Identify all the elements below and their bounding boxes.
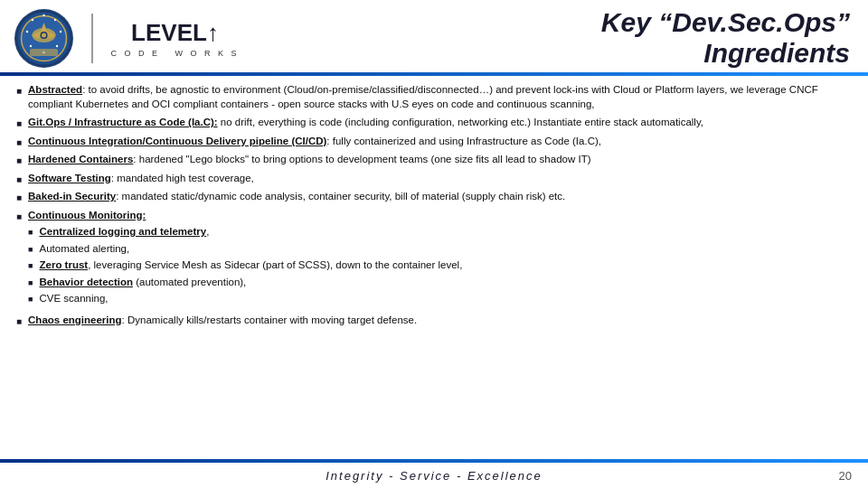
bullet-text: Hardened Containers: hardened "Lego bloc… bbox=[28, 153, 852, 167]
sub-bullet-icon: ■ bbox=[28, 244, 33, 255]
bullet-icon: ■ bbox=[16, 192, 22, 204]
bullet-icon: ■ bbox=[16, 211, 22, 223]
bullet-body: : fully containerized and using Infrastr… bbox=[326, 136, 601, 146]
levelup-logo: LEVEL ↑ C O D E W O R K S bbox=[111, 19, 240, 58]
bullet-text: Abstracted: to avoid drifts, be agnostic… bbox=[28, 83, 852, 111]
list-item: ■ Software Testing: mandated high test c… bbox=[16, 172, 852, 186]
list-item: ■ Continuous Monitoring: ■ Centralized l… bbox=[16, 209, 852, 309]
list-item: ■ Centralized logging and telemetry, bbox=[28, 225, 852, 239]
bullet-bold: Baked-in Security bbox=[28, 191, 116, 202]
svg-point-14 bbox=[30, 44, 32, 46]
bullet-icon: ■ bbox=[16, 315, 22, 328]
bullet-bold: Hardened Containers bbox=[28, 154, 133, 164]
page-title: Key “Dev.Sec.Ops” Ingredients bbox=[601, 7, 850, 70]
sub-bullet-text: Automated alerting, bbox=[39, 242, 129, 257]
sub-bullet-text: Behavior detection (automated prevention… bbox=[39, 276, 246, 290]
levelup-text-level: LEVEL bbox=[131, 19, 207, 47]
svg-point-8 bbox=[42, 33, 46, 37]
bullet-bold: Software Testing bbox=[28, 173, 111, 183]
svg-point-15 bbox=[26, 30, 28, 32]
page-number: 20 bbox=[839, 469, 852, 483]
bullet-body: : hardened "Lego blocks" to bring option… bbox=[133, 154, 590, 164]
svg-point-12 bbox=[56, 44, 58, 46]
bullet-bold: Continuous Monitoring: bbox=[28, 210, 146, 221]
svg-point-11 bbox=[60, 30, 61, 32]
bullet-body: no drift, everything is code (including … bbox=[218, 117, 703, 127]
list-item: ■ Abstracted: to avoid drifts, be agnost… bbox=[16, 83, 852, 111]
list-item: ■ Behavior detection (automated preventi… bbox=[28, 276, 852, 290]
sub-bullet-icon: ■ bbox=[28, 294, 33, 305]
bullet-icon: ■ bbox=[16, 85, 22, 98]
levelup-text-up: ↑ bbox=[207, 19, 219, 47]
list-item: ■ Hardened Containers: hardened "Lego bl… bbox=[16, 153, 852, 167]
footer-text: Integrity - Service - Excellence bbox=[0, 469, 868, 483]
sub-bullet-text: Zero trust, leveraging Service Mesh as S… bbox=[39, 258, 462, 273]
bullet-icon: ■ bbox=[16, 136, 22, 149]
af-seal-logo bbox=[14, 9, 73, 68]
bullet-body: : mandated static/dynamic code analysis,… bbox=[116, 191, 565, 202]
bullet-text: Continuous Integration/Continuous Delive… bbox=[28, 135, 852, 149]
sub-bullet-icon: ■ bbox=[28, 260, 33, 271]
bullet-text: Software Testing: mandated high test cov… bbox=[28, 172, 852, 186]
bullet-icon: ■ bbox=[16, 174, 22, 186]
list-item: ■ Chaos engineering: Dynamically kills/r… bbox=[16, 314, 852, 328]
sub-bullets: ■ Centralized logging and telemetry, ■ A… bbox=[28, 225, 852, 306]
svg-rect-17 bbox=[30, 49, 58, 56]
bullet-body: : mandated high test coverage, bbox=[111, 173, 254, 183]
sub-bullet-text: Centralized logging and telemetry, bbox=[39, 225, 209, 239]
bullet-bold: Chaos engineering bbox=[28, 314, 122, 325]
list-item: ■ Continuous Integration/Continuous Deli… bbox=[16, 135, 852, 149]
title-line1: Key “Dev.Sec.Ops” bbox=[601, 7, 850, 39]
list-item: ■ Automated alerting, bbox=[28, 242, 852, 257]
sub-bullet-icon: ■ bbox=[28, 277, 33, 288]
bullet-icon: ■ bbox=[16, 117, 22, 130]
header: LEVEL ↑ C O D E W O R K S Key “Dev.Sec.O… bbox=[0, 0, 868, 72]
list-item: ■ Zero trust, leveraging Service Mesh as… bbox=[28, 258, 852, 273]
sub-bullet-text: CVE scanning, bbox=[39, 292, 108, 306]
logo-divider bbox=[91, 14, 93, 63]
bullet-icon: ■ bbox=[16, 155, 22, 167]
content-area: ■ Abstracted: to avoid drifts, be agnost… bbox=[0, 76, 868, 339]
header-logos: LEVEL ↑ C O D E W O R K S bbox=[14, 9, 240, 68]
list-item: ■ Git.Ops / Infrastructure as Code (Ia.C… bbox=[16, 116, 852, 130]
svg-point-10 bbox=[54, 18, 56, 20]
title-line2: Ingredients bbox=[601, 38, 850, 70]
bullet-text: Chaos engineering: Dynamically kills/res… bbox=[28, 314, 852, 328]
bullet-body: : to avoid drifts, be agnostic to enviro… bbox=[28, 84, 818, 109]
bullet-text: Continuous Monitoring: ■ Centralized log… bbox=[28, 209, 852, 309]
bullet-bold: Continuous Integration/Continuous Delive… bbox=[28, 136, 326, 146]
bullet-text: Git.Ops / Infrastructure as Code (Ia.C):… bbox=[28, 116, 852, 130]
sub-bullet-icon: ■ bbox=[28, 227, 33, 238]
bullet-bold: Abstracted bbox=[28, 84, 82, 95]
list-item: ■ Baked-in Security: mandated static/dyn… bbox=[16, 190, 852, 204]
list-item: ■ CVE scanning, bbox=[28, 292, 852, 306]
bullet-bold: Git.Ops / Infrastructure as Code (Ia.C): bbox=[28, 117, 218, 127]
svg-point-16 bbox=[32, 18, 33, 20]
bullet-body: : Dynamically kills/restarts container w… bbox=[122, 314, 418, 325]
bullet-text: Baked-in Security: mandated static/dynam… bbox=[28, 190, 852, 204]
bottom-divider bbox=[0, 459, 868, 463]
svg-point-9 bbox=[42, 14, 44, 15]
codeworks-label: C O D E W O R K S bbox=[111, 49, 240, 58]
